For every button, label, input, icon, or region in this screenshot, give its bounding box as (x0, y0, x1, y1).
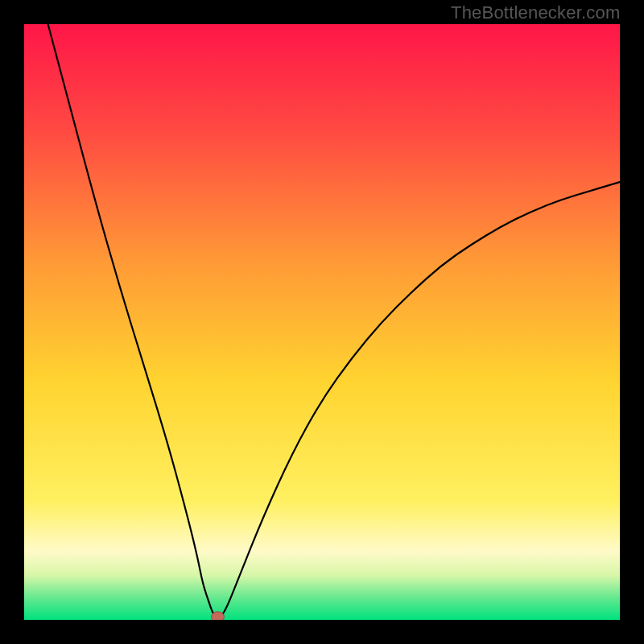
plot-area (24, 24, 620, 620)
chart-frame: TheBottlenecker.com (0, 0, 644, 644)
gradient-background (24, 24, 620, 620)
watermark-label: TheBottlenecker.com (451, 2, 620, 23)
chart-svg (24, 24, 620, 620)
optimal-marker (212, 612, 225, 620)
